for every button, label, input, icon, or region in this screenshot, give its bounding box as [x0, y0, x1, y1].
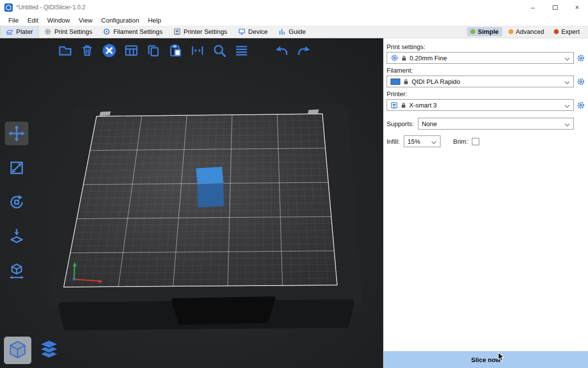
- gear-icon: [577, 101, 585, 109]
- gear-icon: [44, 28, 51, 35]
- bed-clip: [99, 111, 111, 116]
- printer-icon: [391, 102, 398, 109]
- scale-tool-button[interactable]: [5, 156, 28, 180]
- measure-tool-button[interactable]: [5, 259, 28, 283]
- advanced-mode-icon: [509, 29, 514, 34]
- settings-sidebar: Print settings: 0.20mm Fine: [383, 38, 588, 368]
- arrange-button[interactable]: [123, 42, 140, 59]
- 3d-viewport[interactable]: [0, 38, 383, 368]
- infill-value: 15%: [408, 138, 420, 145]
- place-on-face-tool-button[interactable]: [5, 225, 28, 248]
- open-button[interactable]: [57, 42, 74, 59]
- infill-combo[interactable]: 15%: [404, 135, 441, 147]
- filament-gear-button[interactable]: [576, 77, 585, 86]
- gizmo-toolbar: [5, 122, 28, 283]
- move-tool-button[interactable]: [5, 122, 28, 145]
- gear-icon: [391, 54, 398, 62]
- printer-label: Printer:: [387, 90, 585, 98]
- copy-icon: [146, 43, 161, 58]
- guide-chart-icon: [278, 28, 286, 35]
- delete-all-button[interactable]: [101, 42, 118, 59]
- printer-gear-button[interactable]: [576, 101, 585, 109]
- paste-icon: [168, 43, 183, 58]
- view-3d-button[interactable]: [4, 337, 31, 364]
- instances-icon: [190, 43, 205, 58]
- printer-icon: [173, 28, 181, 35]
- tab-filament-settings[interactable]: Filament Settings: [98, 26, 168, 38]
- view-layers-button[interactable]: [35, 337, 63, 364]
- chevron-down-icon: [431, 139, 436, 144]
- plater-icon: [6, 28, 13, 35]
- menu-help[interactable]: Help: [144, 16, 166, 25]
- mode-label: Expert: [561, 28, 580, 35]
- menu-configuration[interactable]: Configuration: [97, 16, 144, 25]
- mode-expert[interactable]: Expert: [550, 27, 583, 36]
- menu-edit[interactable]: Edit: [23, 16, 43, 25]
- search-button[interactable]: [211, 42, 228, 59]
- expert-mode-icon: [554, 29, 559, 34]
- delete-icon: [80, 43, 95, 58]
- tab-printer-settings[interactable]: Printer Settings: [168, 26, 233, 38]
- gear-icon: [577, 54, 585, 62]
- bed-clip: [308, 109, 319, 114]
- lock-icon: [401, 102, 406, 108]
- tab-label: Plater: [16, 28, 33, 35]
- tray-handle-cutout: [173, 298, 273, 323]
- menu-window[interactable]: Window: [43, 16, 74, 25]
- search-icon: [212, 43, 227, 58]
- mode-advanced[interactable]: Advanced: [505, 27, 548, 36]
- delete-button[interactable]: [79, 42, 96, 59]
- tab-label: Printer Settings: [184, 28, 227, 35]
- chevron-down-icon: [565, 103, 570, 107]
- brim-label: Brim:: [453, 138, 468, 145]
- redo-button[interactable]: [295, 42, 312, 59]
- maximize-icon: [553, 5, 558, 10]
- arrange-icon: [124, 43, 139, 58]
- tab-guide[interactable]: Guide: [273, 26, 311, 38]
- maximize-button[interactable]: [544, 0, 566, 15]
- tab-print-settings[interactable]: Print Settings: [39, 26, 98, 38]
- chevron-down-icon: [565, 55, 570, 60]
- undo-button[interactable]: [273, 42, 290, 59]
- mode-simple[interactable]: Simple: [467, 27, 502, 36]
- move-icon: [8, 125, 25, 142]
- device-monitor-icon: [238, 28, 245, 35]
- tab-plater[interactable]: Plater: [0, 26, 39, 38]
- menu-file[interactable]: File: [4, 16, 23, 25]
- 3d-viewport-canvas[interactable]: [0, 38, 383, 368]
- rotate-tool-button[interactable]: [5, 190, 28, 214]
- filament-label: Filament:: [387, 67, 585, 74]
- filament-combo[interactable]: QIDI PLA Rapido: [387, 76, 574, 87]
- print-settings-gear-button[interactable]: [576, 53, 585, 62]
- redo-icon: [296, 43, 312, 58]
- minimize-button[interactable]: –: [522, 0, 544, 15]
- print-settings-combo[interactable]: 0.20mm Fine: [387, 52, 574, 64]
- copy-button[interactable]: [145, 42, 162, 59]
- slice-now-button[interactable]: Slice now: [384, 351, 588, 368]
- undo-icon: [274, 43, 290, 58]
- tab-label: Print Settings: [54, 28, 92, 35]
- layer-height-button[interactable]: [233, 42, 250, 59]
- printer-combo[interactable]: X-smart 3: [387, 99, 574, 111]
- open-icon: [58, 43, 73, 58]
- lock-icon: [403, 79, 409, 85]
- paste-button[interactable]: [167, 42, 184, 59]
- tab-label: Guide: [289, 28, 306, 35]
- supports-combo[interactable]: None: [418, 118, 574, 130]
- delete-all-icon: [101, 43, 117, 58]
- filament-value: QIDI PLA Rapido: [412, 78, 460, 85]
- instances-button[interactable]: [189, 42, 206, 59]
- tab-label: Filament Settings: [113, 28, 162, 35]
- view-3d-icon: [7, 340, 28, 361]
- window-title: *Untitled - QIDISlicer-1.0.2: [16, 4, 85, 11]
- model-cube[interactable]: [196, 167, 224, 208]
- mode-selector: Simple Advanced Expert: [467, 26, 588, 38]
- tab-device[interactable]: Device: [233, 26, 273, 38]
- close-button[interactable]: ×: [566, 0, 588, 15]
- menu-view[interactable]: View: [74, 16, 97, 25]
- chevron-down-icon: [565, 79, 570, 84]
- scale-icon: [8, 159, 25, 177]
- brim-checkbox[interactable]: [472, 138, 479, 145]
- mode-label: Advanced: [516, 28, 544, 35]
- gear-icon: [577, 78, 585, 86]
